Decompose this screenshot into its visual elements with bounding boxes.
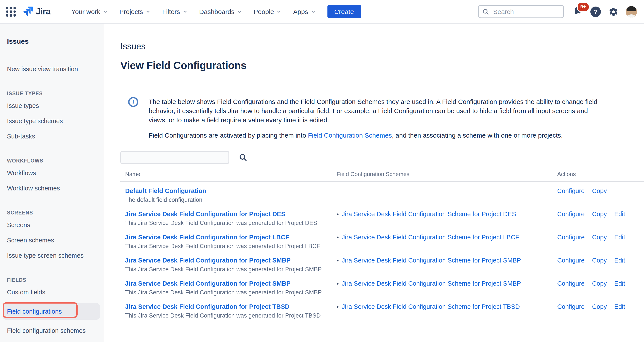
nav-item-projects[interactable]: Projects — [120, 8, 151, 15]
main-content: Issues Search Jira admin View Field Conf… — [104, 23, 644, 342]
info-icon: i — [128, 97, 138, 107]
sidebar-item-issue-type-schemes[interactable]: Issue type schemes — [7, 117, 104, 125]
nav-menu: Your work Projects Filters Dashboards Pe… — [60, 8, 316, 15]
sidebar-item-field-configurations[interactable]: Field configurations — [2, 303, 100, 320]
field-configuration-description: The default field configuration — [125, 196, 336, 204]
edit-link[interactable]: Edit — [614, 233, 625, 251]
top-navigation: Jira Your work Projects Filters Dashboar… — [0, 0, 644, 23]
global-search[interactable] — [478, 5, 564, 18]
edit-link[interactable]: Edit — [614, 256, 625, 274]
scheme-link[interactable]: Jira Service Desk Field Configuration Sc… — [342, 234, 519, 241]
field-configuration-link[interactable]: Jira Service Desk Field Configuration fo… — [125, 210, 285, 218]
app-switcher-icon[interactable] — [6, 7, 16, 16]
configure-link[interactable]: Configure — [557, 280, 585, 297]
sidebar-item-custom-fields[interactable]: Custom fields — [7, 288, 104, 297]
nav-item-filters[interactable]: Filters — [162, 8, 188, 15]
sidebar-heading-workflows: WORKFLOWS — [7, 158, 104, 163]
nav-item-label: People — [254, 8, 274, 15]
field-configuration-link[interactable]: Jira Service Desk Field Configuration fo… — [125, 256, 290, 264]
chevron-down-icon — [276, 9, 282, 15]
sidebar-item-workflow-schemes[interactable]: Workflow schemes — [7, 184, 104, 193]
table-row: Jira Service Desk Field Configuration fo… — [120, 251, 644, 274]
configure-link[interactable]: Configure — [557, 187, 585, 205]
configure-link[interactable]: Configure — [557, 210, 585, 228]
help-button[interactable]: ? — [590, 6, 601, 17]
nav-item-your-work[interactable]: Your work — [71, 8, 108, 15]
chevron-down-icon — [182, 9, 188, 15]
configure-link[interactable]: Configure — [557, 303, 585, 321]
global-search-input[interactable] — [492, 8, 560, 16]
search-icon — [482, 8, 489, 15]
nav-item-label: Projects — [120, 8, 143, 15]
edit-link[interactable]: Edit — [614, 210, 625, 228]
scheme-link[interactable]: Jira Service Desk Field Configuration Sc… — [342, 257, 521, 264]
table-filter-input[interactable] — [120, 151, 229, 164]
avatar-hair — [626, 6, 636, 11]
nav-item-apps[interactable]: Apps — [293, 8, 316, 15]
nav-item-label: Dashboards — [199, 8, 234, 15]
avatar-shirt — [627, 14, 636, 17]
sidebar-item-issue-type-screen-schemes[interactable]: Issue type screen schemes — [7, 251, 104, 260]
copy-link[interactable]: Copy — [592, 233, 607, 251]
jira-admin-page: Jira Your work Projects Filters Dashboar… — [0, 0, 644, 342]
create-button[interactable]: Create — [327, 5, 361, 18]
jira-logo-icon — [23, 6, 34, 17]
field-configuration-link[interactable]: Default Field Configuration — [125, 187, 206, 195]
copy-link[interactable]: Copy — [592, 210, 607, 228]
chevron-down-icon — [236, 9, 242, 15]
page-title: View Field Configurations — [120, 59, 246, 72]
info-paragraph-1: The table below shows Field Configuratio… — [149, 97, 606, 124]
nav-item-label: Your work — [71, 8, 100, 15]
column-header-schemes: Field Configuration Schemes — [336, 171, 557, 177]
sidebar-heading-screens: SCREENS — [7, 210, 104, 215]
sidebar-item-new-issue-view-transition[interactable]: New issue view transition — [7, 65, 104, 73]
configure-link[interactable]: Configure — [557, 233, 585, 251]
sidebar-item-field-configuration-schemes[interactable]: Field configuration schemes — [7, 326, 104, 335]
settings-button[interactable] — [609, 7, 618, 16]
column-header-name: Name — [120, 171, 336, 177]
sidebar-title: Issues — [7, 37, 104, 46]
field-configuration-schemes-link[interactable]: Field Configuration Schemes — [308, 131, 392, 139]
column-header-actions: Actions — [557, 171, 644, 177]
sidebar-item-screens[interactable]: Screens — [7, 221, 104, 229]
sidebar-item-issue-types[interactable]: Issue types — [7, 101, 104, 110]
field-configuration-link[interactable]: Jira Service Desk Field Configuration fo… — [125, 233, 289, 241]
scheme-link[interactable]: Jira Service Desk Field Configuration Sc… — [342, 211, 516, 218]
sidebar-item-sub-tasks[interactable]: Sub-tasks — [7, 132, 104, 141]
table-row: Jira Service Desk Field Configuration fo… — [120, 297, 644, 321]
copy-link[interactable]: Copy — [592, 280, 607, 297]
section-label: Issues — [120, 42, 146, 52]
nav-item-dashboards[interactable]: Dashboards — [199, 8, 242, 15]
field-configuration-link[interactable]: Jira Service Desk Field Configuration fo… — [125, 303, 290, 310]
admin-sidebar: Issues New issue view transition ISSUE T… — [0, 23, 104, 342]
table-row: Jira Service Desk Field Configuration fo… — [120, 228, 644, 251]
chevron-down-icon — [145, 9, 151, 15]
nav-item-people[interactable]: People — [254, 8, 282, 15]
configure-link[interactable]: Configure — [557, 256, 585, 274]
field-configuration-link[interactable]: Jira Service Desk Field Configuration fo… — [125, 280, 290, 287]
user-avatar[interactable] — [626, 6, 637, 17]
jira-logo-text: Jira — [36, 7, 50, 17]
filter-search-icon[interactable] — [239, 153, 247, 161]
table-row: Default Field Configuration The default … — [120, 182, 644, 205]
scheme-link[interactable]: Jira Service Desk Field Configuration Sc… — [342, 280, 521, 287]
info-panel: i The table below shows Field Configurat… — [120, 97, 644, 140]
field-configuration-description: This Jira Service Desk Field Configurati… — [125, 289, 336, 296]
copy-link[interactable]: Copy — [592, 256, 607, 274]
sidebar-item-screen-schemes[interactable]: Screen schemes — [7, 236, 104, 245]
notifications-button[interactable]: 9+ — [573, 6, 582, 17]
copy-link[interactable]: Copy — [592, 187, 607, 205]
edit-link[interactable]: Edit — [614, 303, 625, 321]
sidebar-item-workflows[interactable]: Workflows — [7, 168, 104, 177]
jira-logo[interactable]: Jira — [23, 6, 50, 17]
scheme-link[interactable]: Jira Service Desk Field Configuration Sc… — [342, 303, 520, 310]
field-configurations-table: Name Field Configuration Schemes Actions… — [120, 171, 644, 321]
edit-link[interactable]: Edit — [614, 280, 625, 297]
notification-badge: 9+ — [577, 2, 589, 12]
table-row: Jira Service Desk Field Configuration fo… — [120, 274, 644, 297]
copy-link[interactable]: Copy — [592, 303, 607, 321]
chevron-down-icon — [310, 9, 316, 15]
bullet: • — [336, 257, 339, 264]
gear-icon — [609, 7, 618, 16]
bullet: • — [336, 211, 339, 218]
